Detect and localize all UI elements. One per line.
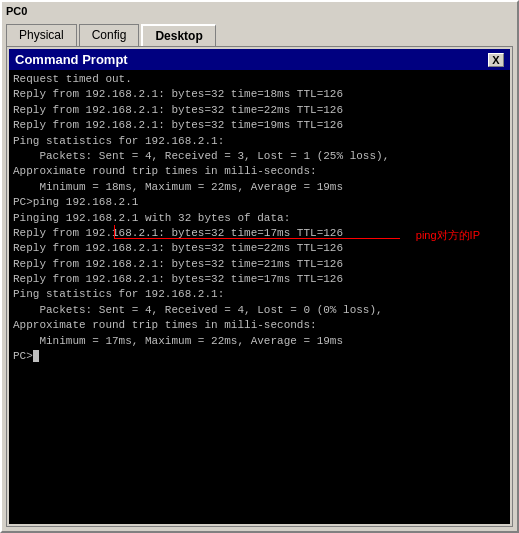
cmd-line: Reply from 192.168.2.1: bytes=32 time=17… [13,226,506,241]
cmd-line: Approximate round trip times in milli-se… [13,164,506,179]
cmd-line: Reply from 192.168.2.1: bytes=32 time=22… [13,241,506,256]
cmd-line: Pinging 192.168.2.1 with 32 bytes of dat… [13,211,506,226]
window-title: PC0 [2,2,517,20]
cmd-line: PC>ping 192.168.2.1 [13,195,506,210]
cmd-window: Command Prompt X Request timed out.Reply… [9,49,510,524]
cmd-title: Command Prompt [15,52,128,67]
cursor [33,350,39,362]
cmd-output: Request timed out.Reply from 192.168.2.1… [13,72,506,364]
cmd-line: Packets: Sent = 4, Received = 3, Lost = … [13,149,506,164]
cmd-close-button[interactable]: X [488,53,504,67]
cmd-line: Reply from 192.168.2.1: bytes=32 time=19… [13,118,506,133]
cmd-line: Approximate round trip times in milli-se… [13,318,506,333]
tab-desktop[interactable]: Desktop [141,24,215,46]
cmd-line: Reply from 192.168.2.1: bytes=32 time=21… [13,257,506,272]
cmd-line: Reply from 192.168.2.1: bytes=32 time=17… [13,272,506,287]
cmd-title-bar: Command Prompt X [9,49,510,70]
cmd-line: PC> [13,349,506,364]
tab-physical[interactable]: Physical [6,24,77,46]
cmd-line: Packets: Sent = 4, Received = 4, Lost = … [13,303,506,318]
tab-config[interactable]: Config [79,24,140,46]
cmd-line: Ping statistics for 192.168.2.1: [13,134,506,149]
cmd-line: Reply from 192.168.2.1: bytes=32 time=18… [13,87,506,102]
cmd-line: Minimum = 17ms, Maximum = 22ms, Average … [13,334,506,349]
tab-bar: Physical Config Desktop [2,20,517,46]
cmd-line: Reply from 192.168.2.1: bytes=32 time=22… [13,103,506,118]
main-window: PC0 Physical Config Desktop Command Prom… [0,0,519,533]
cmd-body[interactable]: Request timed out.Reply from 192.168.2.1… [9,70,510,524]
cmd-line: Minimum = 18ms, Maximum = 22ms, Average … [13,180,506,195]
cmd-line: Ping statistics for 192.168.2.1: [13,287,506,302]
cmd-line: Request timed out. [13,72,506,87]
content-area: Command Prompt X Request timed out.Reply… [6,46,513,527]
